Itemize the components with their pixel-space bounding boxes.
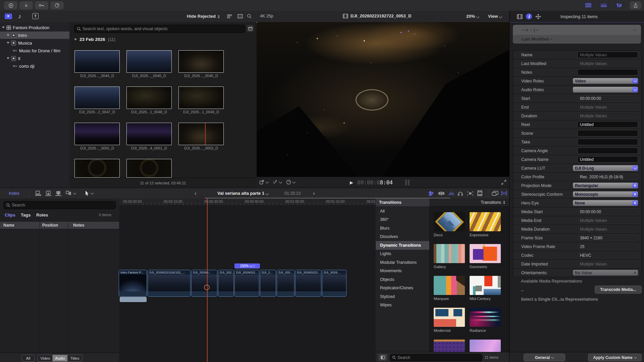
notes-input[interactable] bbox=[578, 69, 638, 75]
index-tab-clips[interactable]: Clips bbox=[5, 213, 15, 218]
hide-rejected-filter[interactable]: Hide Rejected bbox=[187, 14, 220, 19]
transitions-browser-toggle[interactable] bbox=[501, 191, 507, 196]
photos-browser-toggle[interactable] bbox=[492, 191, 498, 196]
show-timeline-button[interactable] bbox=[597, 1, 610, 9]
category-360[interactable]: 360° bbox=[376, 216, 429, 224]
browser-clip[interactable]: DJI_2026..._0045_D bbox=[126, 50, 172, 78]
audio-meter-left[interactable] bbox=[405, 180, 407, 185]
timeline-ruler[interactable]: 00:00:00:00 00:00:15:00 00:00:30:00 00:0… bbox=[119, 198, 376, 205]
capture-button[interactable] bbox=[50, 1, 64, 9]
disclosure-triangle-icon[interactable] bbox=[7, 42, 9, 44]
timeline-clip[interactable]: DJI_2026022... bbox=[234, 270, 259, 297]
disclosure-triangle-icon[interactable] bbox=[7, 34, 9, 36]
transition-partial[interactable] bbox=[434, 340, 465, 352]
solo-toggle[interactable] bbox=[458, 191, 463, 196]
clip-thumbnail[interactable] bbox=[74, 159, 120, 178]
clip-appearance-menu[interactable] bbox=[467, 191, 474, 196]
category-movements[interactable]: Movements bbox=[376, 267, 429, 276]
browser-search-button[interactable] bbox=[247, 14, 252, 19]
category-modular-transitions[interactable]: Modular Transitions bbox=[376, 258, 429, 267]
category-all[interactable]: All bbox=[376, 207, 429, 216]
index-tab-roles[interactable]: Roles bbox=[36, 213, 48, 218]
category-blurs[interactable]: Blurs bbox=[376, 224, 429, 233]
previous-project-button[interactable]: ‹ bbox=[195, 190, 197, 197]
clip-thumbnail[interactable] bbox=[126, 86, 172, 109]
scene-input[interactable] bbox=[578, 130, 638, 136]
index-search-input[interactable]: Search bbox=[3, 201, 116, 209]
playhead[interactable] bbox=[207, 198, 208, 362]
clip-thumbnail[interactable] bbox=[74, 50, 120, 73]
info-inspector-icon[interactable]: i bbox=[526, 13, 532, 19]
viewer-timecode[interactable]: 00:00:08:04 bbox=[357, 179, 393, 186]
category-lights[interactable]: Lights bbox=[376, 250, 429, 258]
sidebar-tab-titles[interactable]: T bbox=[32, 13, 39, 19]
clip-thumbnail[interactable] bbox=[126, 159, 172, 178]
camera-angle-input[interactable] bbox=[578, 147, 638, 154]
filmstrip-view-button[interactable] bbox=[237, 14, 243, 18]
transition-expressive[interactable] bbox=[470, 212, 501, 231]
audio-meter-right[interactable] bbox=[408, 180, 410, 185]
stereoscopic-conform-stepper[interactable]: Monoscopic bbox=[573, 191, 638, 197]
transition-partial[interactable] bbox=[470, 340, 501, 352]
sidebar-tab-audio[interactable]: ♪ bbox=[18, 13, 21, 20]
category-dissolves[interactable]: Dissolves bbox=[376, 233, 429, 241]
filter-audio-button[interactable]: Audio bbox=[52, 355, 68, 362]
connect-edit-button[interactable] bbox=[35, 191, 42, 196]
timeline-clip[interactable]: Intro Fantoni P... bbox=[119, 270, 147, 297]
skimming-toggle[interactable] bbox=[428, 191, 435, 196]
viewer-view-menu[interactable]: View bbox=[488, 14, 502, 19]
insert-edit-button[interactable] bbox=[45, 191, 52, 196]
browser-clip[interactable]: DJI_2026..._0053_D bbox=[178, 123, 224, 150]
disclosure-triangle-icon[interactable] bbox=[74, 39, 77, 41]
browser-clip-partial[interactable] bbox=[74, 159, 120, 178]
show-inspector-button[interactable] bbox=[613, 1, 626, 9]
timeline-clip[interactable]: DJI_202... bbox=[218, 270, 234, 297]
category-wipes[interactable]: Wipes bbox=[376, 301, 429, 310]
add-button[interactable] bbox=[4, 1, 17, 9]
browser-clip-partial[interactable] bbox=[126, 159, 172, 178]
apply-custom-name-menu[interactable]: Apply Custom Name bbox=[588, 354, 642, 361]
timeline-clip[interactable]: DJI_2... bbox=[260, 270, 276, 297]
filter-video-button[interactable]: Video bbox=[38, 355, 53, 362]
next-project-button[interactable]: › bbox=[313, 190, 315, 197]
retime-menu[interactable] bbox=[286, 180, 295, 185]
effects-browser-toggle[interactable] bbox=[477, 190, 483, 196]
browser-clip[interactable]: DJI_2026...2_0047_D bbox=[74, 86, 120, 114]
filter-all-button[interactable]: All bbox=[21, 355, 35, 362]
source-media-menu[interactable] bbox=[259, 180, 268, 185]
timeline-clip[interactable]: DJI_20260... bbox=[191, 270, 217, 297]
share-button[interactable] bbox=[630, 1, 641, 9]
category-stylized[interactable]: Stylized bbox=[376, 292, 429, 301]
hero-eye-stepper[interactable]: None bbox=[573, 200, 638, 206]
transform-inspector-icon[interactable] bbox=[535, 14, 541, 19]
take-input[interactable] bbox=[578, 139, 638, 145]
clip-thumbnail[interactable] bbox=[178, 86, 224, 109]
reel-input[interactable]: Untitled bbox=[578, 121, 638, 128]
clip-thumbnail[interactable] bbox=[178, 50, 224, 73]
project-name-menu[interactable]: Val seriana alta parte 1 bbox=[217, 191, 268, 196]
clip-thumbnail[interactable] bbox=[178, 123, 224, 145]
clip-thumbnail[interactable] bbox=[126, 123, 172, 145]
clip-height-button[interactable] bbox=[247, 25, 254, 32]
show-browser-button[interactable] bbox=[582, 1, 595, 9]
browser-clip[interactable]: DJI_2026...4_0051_D bbox=[126, 123, 172, 150]
transition-gallery[interactable] bbox=[434, 244, 465, 263]
category-objects[interactable]: Objects bbox=[376, 275, 429, 284]
clip-thumbnail[interactable] bbox=[126, 50, 172, 73]
camera-name-input[interactable]: Untitled bbox=[578, 156, 638, 163]
timeline-clip[interactable]: DJI_20260223192152_... bbox=[148, 270, 191, 297]
retime-badge[interactable]: 150%| bbox=[234, 263, 260, 268]
sidebar-tab-library[interactable] bbox=[5, 13, 12, 20]
column-position[interactable]: Position bbox=[40, 223, 70, 228]
category-dynamic-transitions[interactable]: Dynamic Transitions bbox=[376, 241, 429, 250]
column-name[interactable]: Name bbox=[0, 223, 40, 228]
audio-skimming-toggle[interactable] bbox=[448, 191, 455, 196]
connected-audio-clip[interactable] bbox=[120, 297, 147, 302]
disclosure-triangle-icon[interactable] bbox=[7, 57, 9, 59]
filter-titles-button[interactable]: Titles bbox=[67, 355, 83, 362]
projection-mode-stepper[interactable]: Rectangular bbox=[573, 183, 638, 188]
index-button[interactable]: Index bbox=[9, 191, 19, 196]
browser-clip[interactable]: DJI_2026...1_0048_D bbox=[126, 86, 172, 114]
transition-radiance[interactable] bbox=[470, 308, 501, 327]
clip-thumbnail[interactable] bbox=[74, 86, 120, 109]
